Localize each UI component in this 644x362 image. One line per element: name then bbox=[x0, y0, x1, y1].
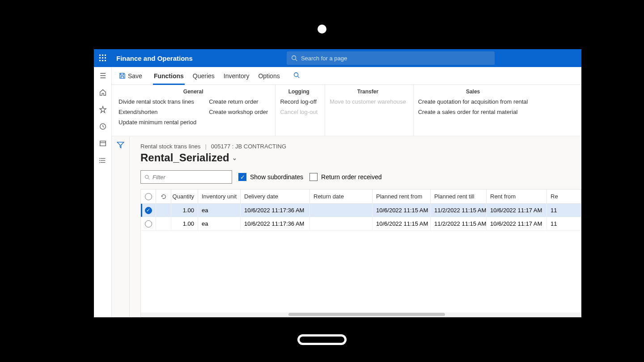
table-row[interactable]: 1.00 ea 10/6/2022 11:17:36 AM 10/6/2022 … bbox=[141, 217, 581, 231]
nav-favorites-button[interactable] bbox=[99, 105, 107, 114]
svg-line-10 bbox=[296, 59, 297, 61]
filter-rail[interactable] bbox=[112, 137, 130, 317]
global-search-input[interactable] bbox=[301, 55, 490, 62]
tab-functions[interactable]: Functions bbox=[149, 67, 188, 84]
ribbon-header-transfer: Transfer bbox=[330, 88, 406, 95]
tab-queries[interactable]: Queries bbox=[188, 67, 219, 84]
save-icon bbox=[119, 72, 126, 79]
svg-rect-3 bbox=[99, 57, 101, 59]
global-search[interactable] bbox=[287, 51, 495, 65]
quick-filter-input[interactable] bbox=[153, 174, 228, 181]
ribbon-update-min-period[interactable]: Update minimum rental period bbox=[119, 118, 196, 126]
app-screen: Finance and Operations ☰ bbox=[94, 49, 581, 317]
ribbon-extend-shorten[interactable]: Extend/shorten bbox=[119, 108, 196, 116]
svg-point-9 bbox=[292, 56, 296, 60]
scrollbar-thumb[interactable] bbox=[288, 313, 445, 316]
grid-header: Quantity Inventory unit Delivery date Re… bbox=[141, 189, 581, 204]
row-select-icon[interactable]: ✓ bbox=[145, 207, 152, 214]
tablet-frame: Finance and Operations ☰ bbox=[63, 9, 581, 353]
svg-rect-5 bbox=[105, 57, 106, 59]
breadcrumb-sep: | bbox=[205, 143, 206, 150]
quick-filter[interactable] bbox=[140, 170, 232, 184]
nav-modules-button[interactable] bbox=[99, 156, 107, 164]
col-rent-from[interactable]: Rent from bbox=[487, 189, 547, 203]
ribbon-divide-lines[interactable]: Divide rental stock trans lines bbox=[119, 97, 196, 106]
search-icon bbox=[291, 55, 297, 61]
nav-workspaces-button[interactable] bbox=[99, 139, 107, 147]
table-row[interactable]: ✓ 1.00 ea 10/6/2022 11:17:36 AM 10/6/202… bbox=[141, 204, 581, 217]
breadcrumb-entity: Rental stock trans lines bbox=[140, 143, 200, 150]
col-planned-rent-from[interactable]: Planned rent from bbox=[373, 189, 431, 203]
data-grid: Quantity Inventory unit Delivery date Re… bbox=[140, 189, 581, 317]
search-icon bbox=[144, 174, 150, 180]
svg-point-20 bbox=[294, 73, 298, 77]
search-icon bbox=[293, 72, 300, 78]
svg-point-19 bbox=[99, 162, 100, 163]
funnel-icon bbox=[117, 141, 124, 149]
checkbox-label: Return order received bbox=[321, 173, 381, 181]
topbar: Finance and Operations bbox=[94, 49, 581, 67]
ribbon-group-sales: Sales Create quotation for acquisition f… bbox=[418, 85, 535, 136]
svg-line-21 bbox=[297, 76, 299, 78]
ribbon-create-quotation[interactable]: Create quotation for acquisition from re… bbox=[418, 97, 528, 106]
save-button[interactable]: Save bbox=[119, 72, 142, 80]
col-refresh[interactable] bbox=[156, 189, 171, 203]
ribbon-panel: General Divide rental stock trans lines … bbox=[94, 85, 581, 136]
breadcrumb-record: 005177 : JB CONTRACTING bbox=[211, 143, 286, 150]
chevron-down-icon: ⌄ bbox=[232, 155, 237, 161]
checkbox-label: Show subordinates bbox=[250, 173, 303, 181]
horizontal-scrollbar[interactable] bbox=[141, 312, 581, 317]
col-select-all[interactable] bbox=[141, 189, 156, 203]
svg-rect-12 bbox=[100, 141, 106, 146]
svg-point-22 bbox=[145, 175, 149, 179]
waffle-icon bbox=[99, 55, 106, 62]
svg-rect-8 bbox=[105, 60, 106, 61]
save-label: Save bbox=[128, 72, 142, 80]
nav-recent-button[interactable] bbox=[99, 122, 107, 130]
svg-point-17 bbox=[99, 158, 100, 159]
checkbox-icon: ✓ bbox=[238, 173, 246, 181]
checkbox-icon bbox=[309, 173, 318, 181]
app-title: Finance and Operations bbox=[116, 55, 193, 62]
app-launcher-button[interactable] bbox=[94, 55, 112, 62]
tab-inventory[interactable]: Inventory bbox=[219, 67, 254, 84]
tab-options[interactable]: Options bbox=[254, 67, 284, 84]
svg-rect-0 bbox=[99, 55, 101, 56]
tablet-camera bbox=[318, 25, 326, 34]
actionbar-search-button[interactable] bbox=[293, 72, 300, 80]
svg-point-18 bbox=[99, 160, 100, 161]
page-body: Rental stock trans lines | 005177 : JB C… bbox=[130, 137, 581, 317]
content-area: Rental stock trans lines | 005177 : JB C… bbox=[112, 137, 581, 317]
col-rent-extra[interactable]: Re bbox=[547, 189, 581, 203]
col-planned-rent-till[interactable]: Planned rent till bbox=[431, 189, 487, 203]
checkbox-return-order[interactable]: Return order received bbox=[309, 173, 381, 181]
ribbon-create-workshop-order[interactable]: Create workshop order bbox=[209, 108, 268, 116]
ribbon-group-general: General Divide rental stock trans lines … bbox=[119, 85, 275, 136]
col-return-date[interactable]: Return date bbox=[310, 189, 373, 203]
ribbon-cancel-logout: Cancel log-out bbox=[280, 108, 318, 116]
nav-menu-button[interactable]: ☰ bbox=[99, 72, 107, 80]
col-quantity[interactable]: Quantity bbox=[171, 189, 198, 203]
filter-row: ✓ Show subordinates Return order receive… bbox=[140, 170, 581, 184]
svg-rect-7 bbox=[102, 60, 103, 61]
checkbox-show-subordinates[interactable]: ✓ Show subordinates bbox=[238, 173, 303, 181]
svg-rect-2 bbox=[105, 55, 106, 56]
ribbon-record-logoff[interactable]: Record log-off bbox=[280, 97, 318, 106]
col-delivery-date[interactable]: Delivery date bbox=[241, 189, 310, 203]
ribbon-create-return-order[interactable]: Create return order bbox=[209, 97, 268, 106]
row-select-icon[interactable] bbox=[145, 220, 152, 227]
ribbon-header-logging: Logging bbox=[280, 88, 318, 95]
breadcrumb: Rental stock trans lines | 005177 : JB C… bbox=[140, 143, 581, 150]
ribbon-move-to-warehouse: Move to customer warehouse bbox=[330, 97, 406, 106]
nav-home-button[interactable] bbox=[99, 88, 107, 97]
tablet-home-button bbox=[297, 334, 347, 345]
col-inventory-unit[interactable]: Inventory unit bbox=[198, 189, 241, 203]
svg-rect-1 bbox=[102, 55, 103, 56]
nav-sidebar: ☰ bbox=[94, 67, 112, 317]
ribbon-header-sales: Sales bbox=[418, 88, 528, 95]
ribbon-create-sales-order[interactable]: Create a sales order for rental material bbox=[418, 108, 528, 116]
svg-rect-6 bbox=[99, 60, 101, 61]
page-title[interactable]: Rental_Serialized ⌄ bbox=[140, 152, 581, 164]
ribbon-group-transfer: Transfer Move to customer warehouse bbox=[330, 85, 414, 136]
ribbon-group-logging: Logging Record log-off Cancel log-out bbox=[280, 85, 325, 136]
